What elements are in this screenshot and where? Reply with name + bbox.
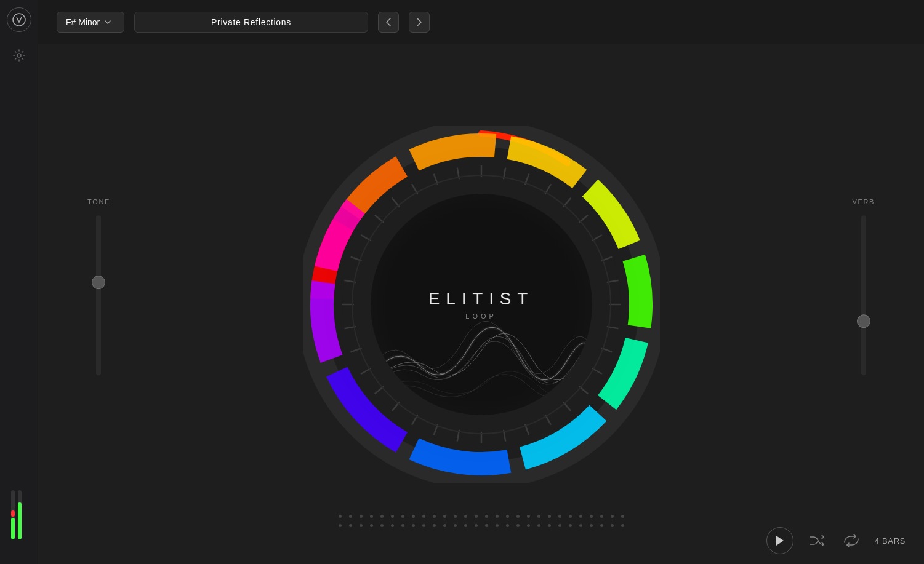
dot: [506, 515, 509, 518]
dot: [548, 515, 551, 518]
app-logo[interactable]: [7, 7, 31, 32]
dot: [370, 515, 373, 518]
shuffle-button[interactable]: [806, 530, 828, 552]
tone-control: TONE: [87, 198, 110, 375]
svg-point-1: [17, 54, 21, 57]
dot: [475, 515, 478, 518]
dots-row-2: [339, 524, 624, 527]
key-label: F# Minor: [66, 17, 100, 27]
dot: [558, 515, 561, 518]
wave-visualization: [371, 292, 592, 415]
key-selector[interactable]: F# Minor: [57, 12, 124, 33]
tone-thumb[interactable]: [92, 276, 105, 289]
dot: [537, 524, 540, 527]
dot: [401, 515, 404, 518]
bars-label: 4 BARS: [875, 536, 906, 546]
chevron-down-icon: [105, 20, 111, 25]
dot: [339, 524, 342, 527]
ava-icon: [12, 12, 26, 27]
dots-bar: [38, 515, 924, 527]
dot: [527, 515, 530, 518]
dot: [496, 515, 499, 518]
play-button[interactable]: [766, 527, 793, 554]
chevron-left-icon: [386, 18, 391, 26]
tone-slider[interactable]: [96, 215, 101, 375]
center-display: ELITIST LOOP: [371, 194, 592, 415]
dot: [391, 524, 394, 527]
dot: [485, 515, 488, 518]
dot: [412, 515, 415, 518]
verb-thumb[interactable]: [857, 314, 870, 328]
dot: [600, 524, 603, 527]
gear-icon: [12, 49, 26, 62]
dot: [401, 524, 404, 527]
dot: [422, 524, 425, 527]
vu-bar-right: [18, 490, 22, 539]
dot: [496, 524, 499, 527]
header: F# Minor Private Reflections: [38, 0, 924, 44]
dot: [391, 515, 394, 518]
dot: [516, 524, 520, 527]
dot: [464, 524, 467, 527]
dot: [579, 524, 582, 527]
dot: [360, 515, 363, 518]
dot: [579, 515, 582, 518]
svg-point-0: [13, 14, 25, 26]
dot: [349, 524, 352, 527]
dot: [600, 515, 603, 518]
tone-label: TONE: [87, 198, 110, 205]
wheel-container[interactable]: ELITIST LOOP: [303, 126, 660, 483]
dot: [422, 515, 425, 518]
shuffle-icon: [810, 535, 824, 546]
dot: [569, 524, 572, 527]
loop-icon: [843, 534, 859, 547]
dot: [339, 515, 342, 518]
dot: [558, 524, 561, 527]
dot: [412, 524, 415, 527]
next-preset-button[interactable]: [409, 12, 430, 33]
dot: [360, 524, 363, 527]
dot: [569, 515, 572, 518]
dot: [527, 524, 530, 527]
preset-name: Private Reflections: [134, 12, 368, 33]
prev-preset-button[interactable]: [378, 12, 399, 33]
dot: [548, 524, 551, 527]
settings-button[interactable]: [10, 47, 28, 64]
verb-label: VERB: [852, 198, 875, 205]
main-area: TONE: [38, 44, 924, 564]
dot: [621, 515, 624, 518]
play-icon: [775, 535, 785, 546]
verb-slider[interactable]: [861, 215, 866, 375]
brand-sub: LOOP: [465, 312, 496, 320]
dot: [380, 515, 384, 518]
verb-control: VERB: [852, 198, 875, 375]
brand-title: ELITIST: [428, 289, 534, 309]
dot: [590, 515, 593, 518]
dot: [621, 524, 624, 527]
dot: [464, 515, 467, 518]
dot: [370, 524, 373, 527]
dot: [506, 524, 509, 527]
dot: [611, 524, 614, 527]
dot: [349, 515, 352, 518]
dot: [433, 524, 436, 527]
vu-meters: [11, 490, 22, 539]
dot: [475, 524, 478, 527]
loop-button[interactable]: [840, 530, 862, 552]
vu-bar-left: [11, 490, 15, 539]
dot: [433, 515, 436, 518]
dot: [454, 515, 457, 518]
dot: [611, 515, 614, 518]
dot: [454, 524, 457, 527]
playback-controls: 4 BARS: [766, 527, 906, 554]
dot: [485, 524, 488, 527]
chevron-right-icon: [417, 18, 422, 26]
sidebar: [0, 0, 38, 564]
dot: [537, 515, 540, 518]
dot: [443, 515, 446, 518]
dot: [516, 515, 520, 518]
dots-row-1: [339, 515, 624, 518]
dot: [443, 524, 446, 527]
dot: [590, 524, 593, 527]
dot: [380, 524, 384, 527]
